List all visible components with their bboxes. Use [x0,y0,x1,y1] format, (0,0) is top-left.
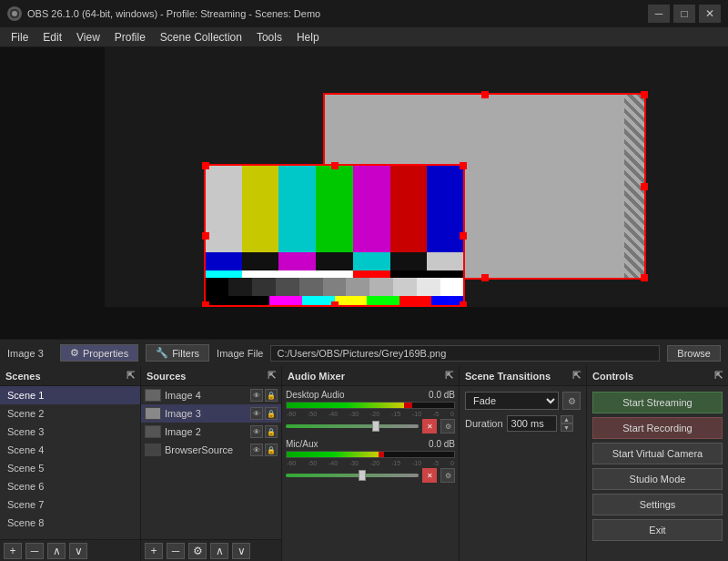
filters-button[interactable]: 🔧 Filters [146,344,209,362]
bottom-panels: Scenes ⇱ Scene 1 Scene 2 Scene 3 Scene 4… [0,366,728,561]
menu-profile[interactable]: Profile [107,29,153,46]
source-lock-icon[interactable]: 🔒 [265,444,278,456]
controls-expand-icon[interactable]: ⇱ [714,370,723,382]
mic-audio-settings-button[interactable]: ⚙ [440,468,455,483]
source-row[interactable]: BrowserSource 👁 🔒 [141,441,281,459]
scene-item[interactable]: Scene 2 [0,404,140,423]
sources-expand-icon[interactable]: ⇱ [268,370,276,382]
handle-bot [481,274,489,281]
scene-up-button[interactable]: ∧ [47,543,66,559]
add-source-button[interactable]: + [145,543,163,559]
handle-br [641,274,648,281]
start-recording-button[interactable]: Start Recording [592,417,723,439]
desktop-audio-settings-button[interactable]: ⚙ [440,419,455,434]
start-virtual-camera-button[interactable]: Start Virtual Camera [592,443,723,464]
browse-button[interactable]: Browse [667,345,721,362]
transitions-expand-icon[interactable]: ⇱ [572,370,581,382]
scene-item[interactable]: Scene 7 [0,495,140,514]
menu-file[interactable]: File [4,29,35,46]
minimize-button[interactable]: ─ [648,5,670,23]
sources-panel: Sources ⇱ Image 4 👁 🔒 Image 3 👁 🔒 [141,366,282,561]
scenes-panel: Scenes ⇱ Scene 1 Scene 2 Scene 3 Scene 4… [0,366,141,561]
titlebar: OBS 26.1.0 (64-bit, windows) - Profile: … [0,0,728,27]
source-up-button[interactable]: ∧ [210,543,228,559]
duration-up-button[interactable]: ▲ [561,415,573,423]
mic-audio-fader-row: ✕ ⚙ [286,468,455,483]
menu-scene-collection[interactable]: Scene Collection [153,29,249,46]
controls-content: Start Streaming Start Recording Start Vi… [587,386,728,546]
source-thumbnail [145,425,161,438]
handle-tr [641,91,648,98]
dark-bottom [105,307,728,339]
source-row[interactable]: Image 3 👁 🔒 [141,404,281,423]
menu-tools[interactable]: Tools [249,29,289,46]
scenes-expand-icon[interactable]: ⇱ [126,370,135,382]
scene-item[interactable]: Scene 6 [0,477,140,495]
menu-help[interactable]: Help [289,29,327,46]
source-visibility-icon[interactable]: 👁 [250,425,263,438]
dark-left [0,47,105,339]
duration-row: Duration ▲ ▼ [465,415,581,432]
audio-panel: Audio Mixer ⇱ Desktop Audio 0.0 dB [282,366,460,561]
source-lock-icon[interactable]: 🔒 [265,425,278,438]
scene-item[interactable]: Scene 8 [0,514,140,532]
scene-item[interactable]: Scene 3 [0,423,140,441]
source-thumbnail [145,407,161,420]
studio-mode-button[interactable]: Studio Mode [592,468,723,490]
start-streaming-button[interactable]: Start Streaming [592,392,723,413]
close-button[interactable]: ✕ [699,5,721,23]
maximize-button[interactable]: □ [673,5,695,23]
duration-down-button[interactable]: ▼ [561,423,573,432]
source-visibility-icon[interactable]: 👁 [250,444,263,456]
audio-channel-desktop: Desktop Audio 0.0 dB -60-50-40-30-20-15-… [286,390,455,434]
audio-channel-mic: Mic/Aux 0.0 dB -60-50-40-30-20-15-10-50 [286,439,455,483]
obs-icon [7,6,22,21]
scene-item[interactable]: Scene 5 [0,459,140,477]
mic-audio-db: 0.0 dB [429,439,455,449]
duration-label: Duration [465,418,503,429]
source-visibility-icon[interactable]: 👁 [250,389,263,402]
remove-scene-button[interactable]: ─ [25,543,44,559]
desktop-audio-fader[interactable] [286,424,419,428]
transition-type-row: Fade Cut Swipe Slide ⚙ [465,392,581,410]
titlebar-left: OBS 26.1.0 (64-bit, windows) - Profile: … [7,6,320,21]
transition-type-select[interactable]: Fade Cut Swipe Slide [465,392,559,410]
scene-down-button[interactable]: ∨ [69,543,87,559]
menubar: File Edit View Profile Scene Collection … [0,27,728,47]
transitions-header: Scene Transitions ⇱ [460,366,586,386]
source-lock-icon[interactable]: 🔒 [265,407,278,420]
add-scene-button[interactable]: + [4,543,22,559]
properties-button[interactable]: ⚙ Properties [60,344,138,362]
source-row[interactable]: Image 2 👁 🔒 [141,423,281,441]
desktop-audio-label: Desktop Audio [286,390,345,400]
transition-gear-button[interactable]: ⚙ [562,392,581,410]
scenes-header: Scenes ⇱ [0,366,140,386]
desktop-audio-meter [286,402,455,409]
source-visibility-icon[interactable]: 👁 [250,407,263,420]
desktop-audio-mute-button[interactable]: ✕ [422,419,437,434]
desktop-audio-fader-row: ✕ ⚙ [286,419,455,434]
sources-header: Sources ⇱ [141,366,281,386]
menu-view[interactable]: View [69,29,107,46]
remove-source-button[interactable]: ─ [167,543,185,559]
audio-expand-icon[interactable]: ⇱ [445,370,453,382]
fader-thumb[interactable] [359,470,366,481]
fader-thumb[interactable] [372,421,379,432]
scene-item[interactable]: Scene 1 [0,386,140,404]
duration-input[interactable] [507,415,557,432]
source-lock-icon[interactable]: 🔒 [265,389,278,402]
source-settings-button[interactable]: ⚙ [188,543,207,559]
menu-edit[interactable]: Edit [35,29,69,46]
source-thumbnail [145,444,161,456]
settings-button[interactable]: Settings [592,494,723,515]
controls-panel: Controls ⇱ Start Streaming Start Recordi… [587,366,728,561]
gear-icon: ⚙ [70,347,79,359]
exit-button[interactable]: Exit [592,519,723,541]
mic-audio-fader[interactable] [286,474,419,477]
image-path-input[interactable] [270,345,660,362]
source-row[interactable]: Image 4 👁 🔒 [141,386,281,404]
mic-audio-mute-button[interactable]: ✕ [422,468,437,483]
mic-audio-meter [286,451,455,458]
source-down-button[interactable]: ∨ [232,543,250,559]
scene-item[interactable]: Scene 4 [0,441,140,459]
